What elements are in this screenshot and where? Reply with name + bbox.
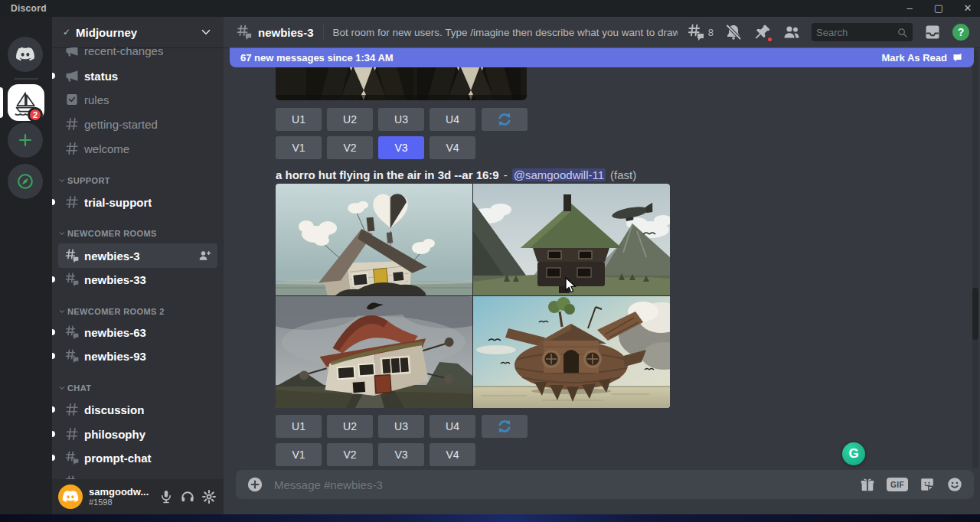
grid-image-2[interactable]	[473, 184, 670, 295]
channel-status[interactable]: status	[58, 64, 217, 87]
channel-newbies-93[interactable]: newbies-93	[58, 344, 217, 367]
variation-button-v4[interactable]: V4	[430, 136, 475, 159]
upscale-button-u4[interactable]: U4	[430, 108, 475, 131]
channel-newbies-33[interactable]: newbies-33	[58, 268, 217, 291]
sticker-icon[interactable]	[919, 476, 936, 493]
upscale-button-u2[interactable]: U2	[327, 108, 373, 131]
channel-recent-changes[interactable]: recent-changes	[58, 47, 217, 62]
guild-header[interactable]: ✓ Midjourney	[52, 17, 224, 47]
pin-badge	[766, 36, 773, 43]
grid-image-4[interactable]	[473, 296, 670, 408]
channel-prompt-chat[interactable]: prompt-chat	[58, 446, 217, 469]
reroll-icon	[497, 112, 512, 127]
announcement-icon	[64, 68, 80, 83]
help-button[interactable]: ?	[952, 24, 969, 41]
gif-picker-button[interactable]: GIF	[887, 478, 908, 491]
channel-sidebar: ✓ Midjourney recent-changes status rules…	[52, 17, 224, 514]
upscale-button-u1[interactable]: U1	[276, 415, 322, 438]
explore-servers-button[interactable]	[8, 164, 43, 199]
generation-mode: (fast)	[610, 168, 636, 181]
upscale-button-u4[interactable]: U4	[430, 415, 475, 438]
search-icon	[897, 27, 908, 38]
variation-button-v2[interactable]: V2	[327, 136, 373, 159]
user-avatar[interactable]	[58, 484, 83, 509]
create-invite-icon[interactable]	[198, 249, 211, 263]
upscale-button-u3[interactable]: U3	[378, 415, 424, 438]
channel-discussion[interactable]: discussion	[58, 398, 217, 421]
user-discriminator: #1598	[89, 498, 153, 507]
deafen-button[interactable]	[179, 488, 196, 505]
channel-topic[interactable]: Bot room for new users. Type /imagine th…	[333, 27, 678, 38]
unread-indicator	[52, 73, 55, 79]
channel-trial-support[interactable]: trial-support	[58, 191, 217, 214]
settings-button[interactable]	[201, 488, 217, 505]
gift-icon[interactable]	[859, 476, 876, 493]
notifications-muted-icon[interactable]	[724, 23, 743, 41]
search-input[interactable]: Search	[812, 23, 913, 41]
chat-scrollbar-thumb[interactable]	[972, 288, 978, 340]
hash-icon	[64, 426, 80, 442]
chevron-down-icon	[199, 25, 213, 39]
unread-indicator	[52, 406, 55, 413]
discord-mascot-icon	[61, 488, 80, 506]
pinned-messages-button[interactable]	[753, 23, 772, 41]
channel-getting-started[interactable]: getting-started	[58, 113, 217, 135]
upscale-button-u1[interactable]: U1	[276, 108, 322, 131]
variation-button-v4[interactable]: V4	[430, 443, 475, 466]
channel-philosophy[interactable]: philosophy	[58, 422, 217, 445]
reroll-button[interactable]	[482, 415, 528, 438]
inbox-icon[interactable]	[923, 23, 942, 41]
grammarly-badge[interactable]: G	[842, 442, 865, 465]
window-close-button[interactable]: ✕	[962, 0, 974, 17]
channel-newbies-63[interactable]: newbies-63	[58, 321, 217, 344]
rules-icon	[64, 92, 80, 107]
new-messages-banner[interactable]: 67 new messages since 1:34 AM Mark As Re…	[230, 47, 974, 67]
variation-button-v3-selected[interactable]: V3	[378, 136, 424, 159]
generated-image-previous[interactable]	[276, 66, 527, 100]
attach-file-button[interactable]	[247, 476, 263, 493]
microphone-icon	[158, 489, 174, 504]
emoji-picker-icon[interactable]	[946, 476, 963, 493]
unread-indicator	[52, 431, 55, 437]
variation-button-v1[interactable]: V1	[276, 136, 322, 159]
generated-image-grid[interactable]	[276, 184, 670, 408]
category-support[interactable]: SUPPORT	[58, 175, 217, 186]
variation-button-v2[interactable]: V2	[327, 443, 373, 466]
hash-icon	[64, 194, 80, 210]
category-newcomer-rooms[interactable]: NEWCOMER ROOMS	[58, 228, 217, 239]
unread-indicator	[52, 353, 55, 359]
category-chat[interactable]: CHAT	[58, 383, 217, 393]
rail-divider	[14, 78, 38, 80]
grid-image-3[interactable]	[276, 296, 472, 408]
channel-newbies-3[interactable]: newbies-3	[58, 243, 217, 268]
user-mention[interactable]: @samgoodwill-11	[512, 168, 606, 181]
user-info[interactable]: samgoodw... #1598	[89, 486, 153, 507]
mute-button[interactable]	[158, 488, 175, 505]
chevron-down-icon	[58, 177, 66, 184]
window-titlebar: Discord – ▢ ✕	[0, 0, 980, 17]
channel-welcome[interactable]: welcome	[58, 137, 217, 160]
search-placeholder: Search	[816, 27, 897, 38]
unread-indicator	[52, 329, 55, 335]
chat-scrollbar-track[interactable]	[972, 49, 978, 468]
threads-icon[interactable]	[687, 23, 705, 41]
variation-button-v3[interactable]: V3	[378, 443, 424, 466]
channel-rules[interactable]: rules	[58, 88, 217, 111]
home-button[interactable]	[8, 37, 43, 72]
help-question-mark: ?	[958, 26, 965, 38]
upscale-button-u3[interactable]: U3	[378, 108, 424, 131]
window-maximize-button[interactable]: ▢	[933, 0, 945, 17]
add-server-button[interactable]	[8, 122, 43, 158]
grid-image-1[interactable]	[276, 184, 472, 295]
message-input[interactable]: Message #newbies-3	[274, 478, 848, 491]
variation-button-v1[interactable]: V1	[276, 443, 322, 466]
channel-partial[interactable]	[58, 471, 217, 479]
mark-as-read-button[interactable]: Mark As Read	[882, 52, 964, 64]
mark-read-icon	[952, 52, 963, 64]
hash-chat-icon	[64, 272, 80, 287]
window-minimize-button[interactable]: –	[903, 0, 916, 17]
reroll-button[interactable]	[482, 108, 528, 131]
upscale-button-u2[interactable]: U2	[327, 415, 373, 438]
category-newcomer-rooms-2[interactable]: NEWCOMER ROOMS 2	[58, 306, 217, 317]
member-list-icon[interactable]	[782, 23, 801, 41]
